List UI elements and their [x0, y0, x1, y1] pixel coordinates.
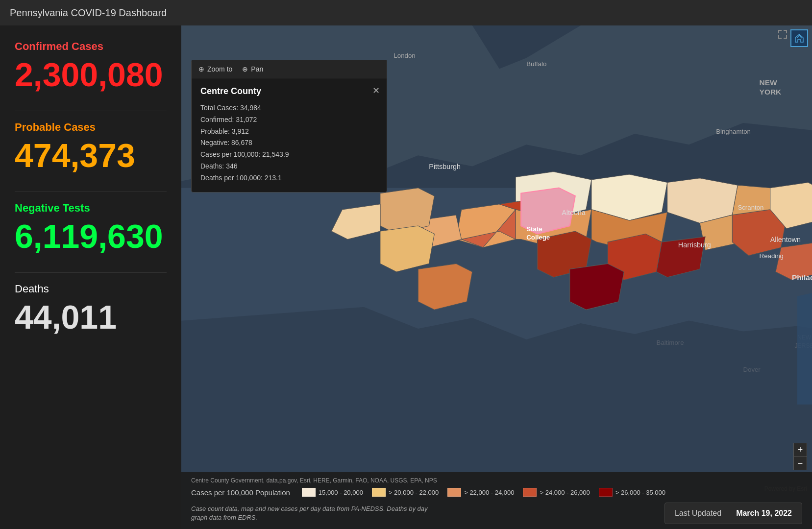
zoom-controls: + − — [793, 443, 807, 470]
svg-text:College: College — [526, 234, 550, 241]
pan-tool[interactable]: ⊕ Pan — [242, 65, 263, 73]
zoom-to-tool[interactable]: ⊕ Zoom to — [198, 65, 232, 73]
legend: Cases per 100,000 Population 15,000 - 20… — [191, 488, 802, 497]
bottom-bar: Centre County Government, data.pa.gov, E… — [181, 472, 812, 529]
title-bar: Pennsylvania COVID-19 Dashboard — [0, 0, 812, 25]
dashboard-title: Pennsylvania COVID-19 Dashboard — [10, 7, 167, 19]
legend-label-1: 15,000 - 20,000 — [319, 489, 363, 496]
svg-text:NEW: NEW — [760, 78, 777, 87]
divider-3 — [15, 272, 167, 273]
svg-rect-54 — [786, 35, 787, 39]
legend-swatch-1 — [302, 488, 316, 497]
popup-total-cases: Total Cases: 34,984 — [200, 102, 378, 114]
popup-cases-per-100k: Cases per 100,000: 21,543.9 — [200, 149, 378, 161]
svg-text:London: London — [394, 52, 415, 59]
sidebar: Confirmed Cases 2,300,080 Probable Cases… — [0, 25, 181, 529]
popup-negative: Negative: 86,678 — [200, 137, 378, 149]
legend-label-2: > 20,000 - 22,000 — [389, 489, 439, 496]
probable-cases-label: Probable Cases — [15, 121, 167, 134]
popup-deaths: Deaths: 346 — [200, 161, 378, 172]
footnote: Case count data, map and new cases per d… — [191, 505, 436, 522]
legend-swatch-5 — [599, 488, 613, 497]
map-area[interactable]: Pittsburgh Altoona State College Harrisb… — [181, 25, 812, 529]
svg-rect-48 — [778, 30, 779, 33]
deaths-label: Deaths — [15, 283, 167, 295]
home-button[interactable] — [790, 29, 808, 47]
last-updated-label: Last Updated — [675, 509, 721, 518]
pan-icon: ⊕ — [242, 65, 248, 73]
legend-swatch-2 — [372, 488, 386, 497]
popup-content: Centre County ✕ Total Cases: 34,984 Conf… — [192, 78, 387, 192]
svg-rect-52 — [778, 35, 779, 39]
legend-item-4: > 24,000 - 26,000 — [523, 488, 590, 497]
legend-label-4: > 24,000 - 26,000 — [540, 489, 590, 496]
svg-text:Altoona: Altoona — [562, 209, 586, 216]
legend-swatch-4 — [523, 488, 537, 497]
popup-toolbar: ⊕ Zoom to ⊕ Pan — [192, 60, 387, 78]
divider-1 — [15, 111, 167, 111]
zoom-icon: ⊕ — [198, 65, 204, 73]
deaths-value: 44,011 — [15, 300, 167, 334]
legend-title: Cases per 100,000 Population — [191, 488, 290, 497]
negative-tests-label: Negative Tests — [15, 202, 167, 215]
main-layout: Confirmed Cases 2,300,080 Probable Cases… — [0, 25, 812, 529]
map-attribution: Centre County Government, data.pa.gov, E… — [191, 477, 802, 484]
legend-item-2: > 20,000 - 22,000 — [372, 488, 439, 497]
popup-county-name: Centre County — [200, 86, 378, 96]
svg-text:Allentown: Allentown — [770, 236, 801, 243]
legend-swatch-3 — [447, 488, 461, 497]
negative-tests-value: 6,119,630 — [15, 219, 167, 253]
svg-text:Binghamton: Binghamton — [716, 128, 751, 135]
legend-item-3: > 22,000 - 24,000 — [447, 488, 514, 497]
zoom-to-label: Zoom to — [207, 65, 232, 73]
last-updated-block: Last Updated March 19, 2022 — [664, 503, 802, 524]
svg-rect-50 — [786, 30, 787, 33]
confirmed-cases-label: Confirmed Cases — [15, 40, 167, 53]
svg-text:Scranton: Scranton — [738, 204, 763, 211]
legend-item-1: 15,000 - 20,000 — [302, 488, 363, 497]
popup-confirmed: Confirmed: 31,072 — [200, 114, 378, 126]
last-updated-value: March 19, 2022 — [736, 509, 792, 518]
footnote-row: Case count data, map and new cases per d… — [191, 503, 802, 524]
svg-text:Harrisburg: Harrisburg — [678, 241, 711, 249]
svg-text:Pittsburgh: Pittsburgh — [429, 163, 461, 170]
probable-cases-block: Probable Cases 474,373 — [15, 121, 167, 172]
svg-text:YORK: YORK — [760, 88, 782, 96]
svg-text:Reading: Reading — [760, 252, 784, 260]
zoom-in-button[interactable]: + — [793, 443, 807, 457]
expand-icon — [778, 29, 787, 41]
popup-close-button[interactable]: ✕ — [372, 85, 380, 96]
legend-item-5: > 26,000 - 35,000 — [599, 488, 665, 497]
county-popup: ⊕ Zoom to ⊕ Pan Centre County ✕ Total Ca… — [191, 60, 387, 192]
popup-probable: Probable: 3,912 — [200, 126, 378, 138]
divider-2 — [15, 192, 167, 192]
confirmed-cases-block: Confirmed Cases 2,300,080 — [15, 40, 167, 91]
svg-text:State: State — [526, 225, 542, 233]
popup-deaths-per-100k: Deaths per 100,000: 213.1 — [200, 172, 378, 184]
deaths-block: Deaths 44,011 — [15, 283, 167, 334]
zoom-out-button[interactable]: − — [793, 457, 807, 470]
legend-label-5: > 26,000 - 35,000 — [615, 489, 665, 496]
negative-tests-block: Negative Tests 6,119,630 — [15, 202, 167, 253]
svg-text:Philadelphia: Philadelphia — [792, 273, 812, 282]
legend-label-3: > 22,000 - 24,000 — [464, 489, 514, 496]
svg-text:Buffalo: Buffalo — [526, 60, 546, 68]
pan-label: Pan — [251, 65, 263, 73]
confirmed-cases-value: 2,300,080 — [15, 58, 167, 91]
probable-cases-value: 474,373 — [15, 139, 167, 172]
